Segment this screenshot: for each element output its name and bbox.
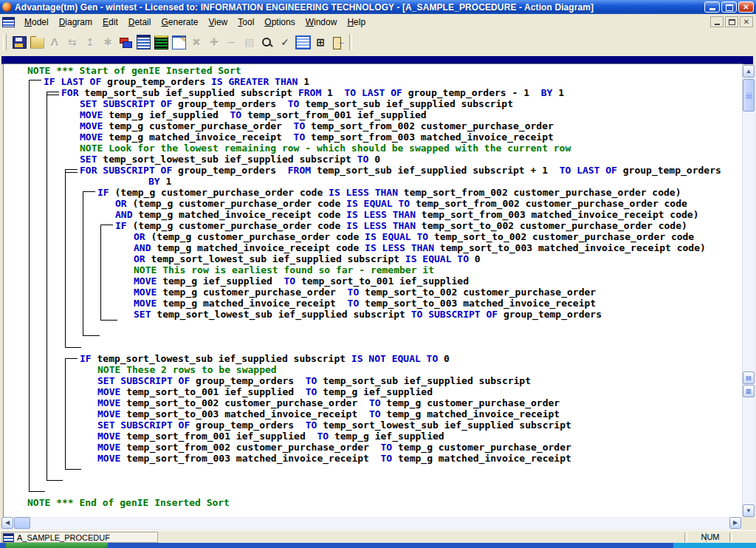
action-diagram-canvas[interactable]: NOTE *** Start of genIE Inserted SortIF … [3,64,743,518]
code-line: MOVE temp_sort_from_002 customer_purchas… [97,442,571,452]
status-bar: A_SAMPLE_PROCEDUF NUM [0,530,756,544]
code-line: NOTE These 2 rows to be swapped [97,365,277,374]
code-line: OR (temp_g customer_purchase_order code … [115,199,687,208]
menu-edit[interactable]: Edit [97,15,123,30]
horizontal-scrollbar[interactable]: ◀ ▶ [1,517,741,530]
code-line: NOTE *** Start of genIE Inserted Sort [27,66,241,75]
toolbar-buttons: Λ⇆↥✱✖✚−▤✓⊞ [10,33,347,51]
add-icon[interactable]: ✚ [205,33,223,51]
remove-icon[interactable]: − [223,33,241,51]
vertical-scroll-thumb[interactable] [743,79,755,112]
menu-options[interactable]: Options [259,15,300,30]
window-title: Advantage(tm) Gen - wintest - Licensed t… [15,2,594,13]
copy-structure-icon[interactable]: ⇆ [63,33,81,51]
code-line: MOVE temp_g matched_invoice_receipt TO t… [134,298,596,308]
expand-icon[interactable]: ✱ [99,33,117,51]
caret-icon[interactable]: Λ [46,33,63,51]
code-window-icon[interactable] [152,33,170,51]
delete-icon[interactable]: ✖ [188,33,205,51]
tile-windows-icon[interactable]: ⊞ [312,33,329,51]
menu-detail[interactable]: Detail [123,15,157,30]
code-line: NOTE *** End of genIE Inserted Sort [27,498,230,507]
toolbar-separator [349,34,352,50]
code-line: MOVE temp_sort_to_003 matched_invoice_re… [97,409,560,419]
code-line: MOVE temp_g ief_supplied TO temp_sort_fr… [80,110,427,120]
open-icon[interactable] [28,33,46,51]
code-line: IF LAST OF group_temp_orders IS GREATER … [44,77,309,86]
code-line: MOVE temp_sort_to_001 ief_supplied TO te… [97,387,433,397]
code-line: AND temp_g matched_invoice_receipt code … [134,243,706,253]
menu-diagram[interactable]: Diagram [54,15,97,30]
code-line: NOTE This row is earliest found so far -… [134,265,434,275]
procedure-label: A_SAMPLE_PROCEDUF [17,533,110,542]
code-line: NOTE Look for the lowest remaining row -… [80,143,571,153]
window-view-icon[interactable] [294,33,312,51]
code-line: MOVE temp_g ief_supplied TO temp_sort_to… [134,276,469,286]
code-line: SET SUBSCRIPT OF group_temp_orders TO te… [97,420,571,430]
detail-window-icon[interactable] [134,33,152,51]
pages-icon[interactable]: ▤ [241,33,258,51]
procedure-icon [3,533,14,542]
menu-help[interactable]: Help [342,15,371,30]
code-line: OR (temp_g customer_purchase_order code … [134,232,694,242]
scroll-down-button[interactable]: ▼ [743,504,755,517]
menu-window[interactable]: Window [300,15,343,30]
menu-bar-items: ModelDiagramEditDetailGenerateViewToolOp… [19,15,371,30]
code-line: MOVE temp_sort_from_001 ief_supplied TO … [97,431,444,441]
code-line: MOVE temp_sort_to_002 customer_purchase_… [97,398,560,408]
menu-bar: ModelDiagramEditDetailGenerateViewToolOp… [0,14,756,31]
code-line: SET temp_sort_lowest_sub ief_supplied su… [134,309,602,319]
edit-window-icon[interactable] [170,33,188,51]
scroll-up-button[interactable]: ▲ [743,65,755,78]
taskbar-sliver [0,543,756,548]
title-bar[interactable]: Advantage(tm) Gen - wintest - Licensed t… [0,0,756,14]
action-diagram-icon[interactable] [2,17,15,27]
blocks-icon[interactable] [117,33,134,51]
exit-icon[interactable] [329,33,347,51]
mdi-minimize-button[interactable] [710,16,724,27]
close-button[interactable]: ✕ [738,1,754,13]
code-line: SET temp_sort_lowest_sub ief_supplied su… [80,154,380,164]
scroll-page-down-button[interactable]: ▥ [743,385,755,397]
menu-tool[interactable]: Tool [233,15,259,30]
save-icon[interactable] [10,33,28,51]
scroll-left-button[interactable]: ◀ [1,517,13,529]
mdi-close-button[interactable]: ✕ [740,16,753,27]
code-line: AND temp_g matched_invoice_receipt code … [115,210,699,219]
application-window: Advantage(tm) Gen - wintest - Licensed t… [0,0,756,548]
status-divider [684,532,687,542]
check-icon[interactable]: ✓ [276,33,294,51]
scroll-page-up-button[interactable]: ▤ [743,371,755,384]
code-line: SET SUBSCRIPT OF group_temp_orders TO te… [80,99,513,109]
menu-view[interactable]: View [203,15,233,30]
mdi-restore-button[interactable] [725,16,738,27]
toolbar: Λ⇆↥✱✖✚−▤✓⊞ [0,30,756,55]
code-line: IF temp_sort_lowest_sub ief_supplied sub… [80,354,450,363]
horizontal-scroll-thumb[interactable] [14,517,30,529]
vertical-scrollbar[interactable]: ▲ ▤ ▥ ▼ [742,65,755,517]
code-line: BY 1 [148,177,171,186]
procedure-tab[interactable]: A_SAMPLE_PROCEDUF [1,532,158,543]
code-line: MOVE temp_g customer_purchase_order TO t… [134,287,596,297]
code-line: OR temp_sort_lowest_sub ief_supplied sub… [134,254,481,264]
code-line: MOVE temp_sort_from_003 matched_invoice_… [97,453,571,463]
workspace: NOTE *** Start of genIE Inserted SortIF … [0,54,756,530]
minimize-button[interactable] [704,1,720,13]
code-line: IF (temp_g customer_purchase_order code … [115,221,687,230]
scroll-right-button[interactable]: ▶ [729,517,741,529]
start-button-sliver[interactable] [6,543,108,548]
menu-model[interactable]: Model [19,15,54,30]
code-line: MOVE temp_g customer_purchase_order TO t… [80,121,554,131]
scrollbar-corner [742,517,755,530]
toolbar-grip[interactable] [3,34,7,50]
app-icon [2,2,12,12]
restore-button[interactable] [721,1,737,13]
zoom-icon[interactable] [258,33,276,51]
code-line: FOR temp_sort_sub ief_supplied subscript… [61,88,564,97]
code-line: SET SUBSCRIPT OF group_temp_orders TO te… [97,376,531,386]
status-divider [729,532,732,542]
num-lock-indicator: NUM [690,532,731,541]
system-tray-sliver [673,543,756,548]
menu-generate[interactable]: Generate [156,15,203,30]
move-up-icon[interactable]: ↥ [81,33,99,51]
